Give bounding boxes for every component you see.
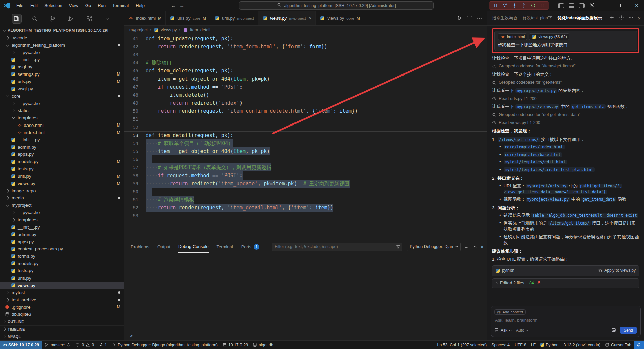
status-ln-53-col-1-297-selected-[interactable]: Ln 53, Col 1 (297 selected) — [435, 341, 489, 349]
tree-item-index.html[interactable]: <>index.htmlM — [0, 129, 124, 136]
tool-call-row[interactable]: Grepped codebase for "/items/get-items/" — [492, 63, 639, 69]
context-chip-index.html[interactable]: <>index.html — [498, 33, 527, 40]
explorer-header[interactable]: ALGORITHM_TESTING_PLATFORM [SSH: 10.17.0… — [0, 26, 124, 34]
edited-files-row[interactable]: Edited 2 files+84-5 — [492, 278, 639, 288]
tree-item-models.py[interactable]: models.pyM — [0, 158, 124, 165]
tree-item-media[interactable]: media — [0, 194, 124, 202]
status-cursor-tab[interactable]: Cursor Tab — [603, 341, 634, 349]
panel-tab-output[interactable]: Output — [157, 241, 171, 253]
maximize-button[interactable] — [614, 0, 629, 11]
activity-search[interactable] — [30, 14, 40, 24]
status-0[interactable]: 00 — [73, 341, 96, 349]
debug-filter-input[interactable] — [272, 243, 402, 251]
activity-extensions[interactable] — [84, 14, 94, 24]
split-editor-icon[interactable] — [467, 16, 472, 20]
chat-input-box[interactable]: @ Add context Ask, learn, brainstorm Ask… — [491, 306, 641, 337]
add-context-button[interactable]: @ Add context — [494, 309, 526, 315]
status-1[interactable]: 1 — [96, 341, 109, 349]
tab-views.py-myproject[interactable]: views.pymyproject× — [258, 11, 316, 25]
tree-item-core[interactable]: core — [0, 93, 124, 100]
tab-index.html[interactable]: <>index.htmlM — [124, 11, 166, 25]
tree-item-__pycache__[interactable]: __pycache__ — [0, 100, 124, 107]
tree-item-admin.py[interactable]: admin.py — [0, 231, 124, 238]
activity-more[interactable] — [102, 14, 112, 24]
tree-item-algorithm_testing_platform[interactable]: algorithm_testing_platform — [0, 42, 124, 49]
menu-selection[interactable]: Selection — [41, 2, 65, 9]
panel-tab-debug-console[interactable]: Debug Console — [178, 241, 209, 253]
tree-item-base.html[interactable]: <>base.htmlM — [0, 121, 124, 129]
tree-item-__pycache__[interactable]: __pycache__ — [0, 209, 124, 216]
editor-more-actions-icon[interactable] — [477, 15, 482, 21]
user-message-card[interactable]: <>index.htmlviews.py (53-62) 帮我检查一下哪些地方调… — [494, 31, 637, 51]
close-chat-icon[interactable]: × — [638, 15, 641, 21]
tool-call-row[interactable]: Read urls.py L1-200 — [492, 96, 639, 102]
tree-item-urls.py[interactable]: urls.pyM — [0, 78, 124, 85]
toggle-sidebar-icon[interactable] — [558, 3, 564, 8]
status-spaces-4[interactable]: Spaces: 4 — [489, 341, 512, 349]
tree-item-context_processors.py[interactable]: context_processors.py — [0, 245, 124, 253]
tree-item-__init__.py[interactable]: __init__.py — [0, 56, 124, 63]
tree-item-__init__.py[interactable]: __init__.py — [0, 136, 124, 144]
maximize-panel-icon[interactable] — [474, 246, 477, 249]
model-selector[interactable]: Auto — [516, 328, 528, 333]
tree-item-static[interactable]: static — [0, 107, 124, 114]
file-link[interactable]: myproject/views.py — [526, 197, 570, 202]
tree-item-views.py[interactable]: views.pyM — [0, 180, 124, 187]
status-python[interactable]: Python — [538, 341, 561, 349]
tree-item-.gitignore[interactable]: .gitignoreM — [0, 303, 124, 311]
toggle-panel-icon[interactable] — [569, 3, 574, 8]
status-bell[interactable] — [634, 341, 644, 349]
file-link[interactable]: mytest/templates/create_test_plan.html — [504, 167, 595, 172]
file-link[interactable]: core/templates/base.html — [504, 152, 562, 157]
status-3-13-2-env-conda-[interactable]: 3.13.2 ('env': conda) — [561, 341, 603, 349]
panel-tab-ports[interactable]: Ports1 — [240, 241, 260, 253]
panel-tab-terminal[interactable]: Terminal — [216, 241, 234, 253]
section-outline[interactable]: OUTLINE — [0, 318, 124, 326]
menu-view[interactable]: View — [66, 2, 82, 9]
toggle-secondary-sidebar-icon[interactable] — [579, 3, 585, 8]
tab-close-icon[interactable]: × — [309, 16, 312, 21]
tree-item-urls.py[interactable]: urls.py — [0, 275, 124, 282]
debug-console-prompt[interactable]: > — [124, 332, 487, 340]
attach-image-icon[interactable] — [611, 328, 616, 333]
chat-tab[interactable]: 优化index界面数据展示 — [557, 15, 602, 21]
command-center[interactable]: algorithm_testing_platform [SSH: 10.17.0… — [239, 1, 434, 10]
chat-tab[interactable]: 修改test_plan字 — [523, 15, 552, 21]
status-lf[interactable]: LF — [529, 341, 538, 349]
status-master-[interactable]: master* — [42, 341, 73, 349]
attach-image-icon[interactable] — [611, 328, 616, 332]
send-button[interactable]: Send — [620, 327, 637, 334]
tree-item-views.py[interactable]: views.py — [0, 282, 124, 289]
close-panel-icon[interactable]: × — [481, 244, 484, 250]
back-icon[interactable]: ← — [171, 3, 176, 8]
tab-urls.py-myproject[interactable]: urls.pymyproject — [210, 11, 258, 25]
code-editor[interactable]: 41def item_update(request, pk):42 return… — [124, 34, 487, 240]
tree-item-admin.py[interactable]: admin.py — [0, 143, 124, 151]
gear-icon[interactable] — [589, 2, 595, 9]
status-algo-db[interactable]: algo_db — [250, 341, 276, 349]
minimize-button[interactable]: — — [600, 0, 614, 11]
activity-explorer[interactable] — [12, 14, 22, 24]
status-utf-8[interactable]: UTF-8 — [512, 341, 529, 349]
file-link[interactable]: myproject/urls.py — [515, 88, 557, 93]
tree-item-models.py[interactable]: models.py — [0, 260, 124, 267]
panel-tab-problems[interactable]: Problems — [130, 241, 150, 253]
status-10-17-0-29[interactable]: 10.17.0.29 — [220, 341, 250, 349]
tree-item-urls.py[interactable]: urls.pyM — [0, 172, 124, 180]
tool-call-row[interactable]: Read views.py L1-200 — [492, 120, 639, 126]
tree-item-mytest[interactable]: mytest — [0, 289, 124, 296]
chat-tab[interactable]: 指令生效与否 — [492, 15, 517, 21]
chat-input-placeholder[interactable]: Ask, learn, brainstorm — [495, 318, 636, 323]
breadcrumb-views.py[interactable]: views.py — [154, 28, 177, 32]
restart-icon[interactable] — [531, 3, 536, 8]
more-actions-icon[interactable] — [628, 15, 633, 21]
menu-terminal[interactable]: Terminal — [109, 2, 132, 9]
tab-views.py-core[interactable]: views.pycoreM — [316, 11, 364, 25]
tree-item-myproject[interactable]: myproject — [0, 202, 124, 209]
mode-selector[interactable]: Ask — [494, 328, 511, 333]
breadcrumb-myproject[interactable]: myproject — [129, 28, 148, 32]
tree-item-db.sqlite3[interactable]: db.sqlite3 — [0, 311, 124, 318]
close-button[interactable]: × — [629, 0, 644, 11]
step-out-icon[interactable] — [521, 3, 526, 8]
tree-item-settings.py[interactable]: settings.pyM — [0, 70, 124, 78]
